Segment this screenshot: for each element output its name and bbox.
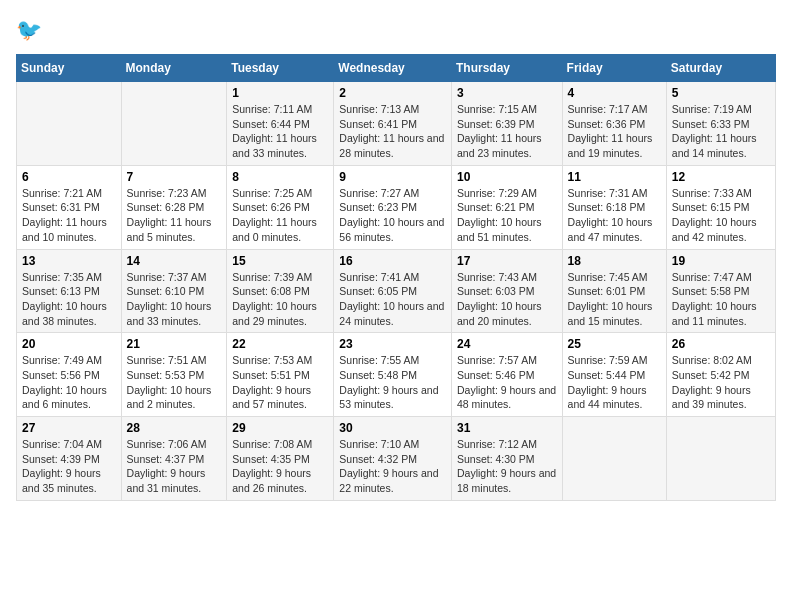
sunrise: Sunrise: 7:39 AM [232, 271, 312, 283]
sunrise: Sunrise: 7:31 AM [568, 187, 648, 199]
day-info: Sunrise: 7:37 AMSunset: 6:10 PMDaylight:… [127, 270, 222, 329]
calendar-table: SundayMondayTuesdayWednesdayThursdayFrid… [16, 54, 776, 501]
calendar-header-row: SundayMondayTuesdayWednesdayThursdayFrid… [17, 55, 776, 82]
day-info: Sunrise: 7:43 AMSunset: 6:03 PMDaylight:… [457, 270, 557, 329]
sunrise: Sunrise: 7:37 AM [127, 271, 207, 283]
sunrise: Sunrise: 7:19 AM [672, 103, 752, 115]
calendar-cell: 22Sunrise: 7:53 AMSunset: 5:51 PMDayligh… [227, 333, 334, 417]
sunrise: Sunrise: 7:51 AM [127, 354, 207, 366]
sunset: Sunset: 6:28 PM [127, 201, 205, 213]
sunset: Sunset: 4:35 PM [232, 453, 310, 465]
calendar-cell [666, 417, 775, 501]
daylight: Daylight: 11 hours and 33 minutes. [232, 132, 317, 159]
sunrise: Sunrise: 7:12 AM [457, 438, 537, 450]
sunrise: Sunrise: 7:45 AM [568, 271, 648, 283]
calendar-cell: 9Sunrise: 7:27 AMSunset: 6:23 PMDaylight… [334, 165, 452, 249]
calendar-cell: 12Sunrise: 7:33 AMSunset: 6:15 PMDayligh… [666, 165, 775, 249]
day-info: Sunrise: 7:47 AMSunset: 5:58 PMDaylight:… [672, 270, 770, 329]
sunset: Sunset: 6:33 PM [672, 118, 750, 130]
daylight: Daylight: 9 hours and 35 minutes. [22, 467, 101, 494]
day-info: Sunrise: 7:39 AMSunset: 6:08 PMDaylight:… [232, 270, 328, 329]
header-sunday: Sunday [17, 55, 122, 82]
day-number: 21 [127, 337, 222, 351]
daylight: Daylight: 10 hours and 6 minutes. [22, 384, 107, 411]
sunrise: Sunrise: 7:13 AM [339, 103, 419, 115]
day-info: Sunrise: 7:45 AMSunset: 6:01 PMDaylight:… [568, 270, 661, 329]
day-number: 15 [232, 254, 328, 268]
sunset: Sunset: 4:39 PM [22, 453, 100, 465]
calendar-cell: 29Sunrise: 7:08 AMSunset: 4:35 PMDayligh… [227, 417, 334, 501]
daylight: Daylight: 11 hours and 14 minutes. [672, 132, 757, 159]
calendar-cell: 21Sunrise: 7:51 AMSunset: 5:53 PMDayligh… [121, 333, 227, 417]
daylight: Daylight: 10 hours and 33 minutes. [127, 300, 212, 327]
sunrise: Sunrise: 7:04 AM [22, 438, 102, 450]
sunrise: Sunrise: 7:33 AM [672, 187, 752, 199]
day-number: 3 [457, 86, 557, 100]
day-number: 22 [232, 337, 328, 351]
day-info: Sunrise: 7:23 AMSunset: 6:28 PMDaylight:… [127, 186, 222, 245]
sunset: Sunset: 6:01 PM [568, 285, 646, 297]
calendar-cell [17, 82, 122, 166]
day-number: 13 [22, 254, 116, 268]
sunset: Sunset: 6:21 PM [457, 201, 535, 213]
sunrise: Sunrise: 7:11 AM [232, 103, 312, 115]
sunset: Sunset: 5:53 PM [127, 369, 205, 381]
calendar-cell: 11Sunrise: 7:31 AMSunset: 6:18 PMDayligh… [562, 165, 666, 249]
day-info: Sunrise: 7:08 AMSunset: 4:35 PMDaylight:… [232, 437, 328, 496]
calendar-cell: 16Sunrise: 7:41 AMSunset: 6:05 PMDayligh… [334, 249, 452, 333]
daylight: Daylight: 10 hours and 38 minutes. [22, 300, 107, 327]
day-info: Sunrise: 7:13 AMSunset: 6:41 PMDaylight:… [339, 102, 446, 161]
daylight: Daylight: 11 hours and 19 minutes. [568, 132, 653, 159]
sunset: Sunset: 6:15 PM [672, 201, 750, 213]
daylight: Daylight: 10 hours and 29 minutes. [232, 300, 317, 327]
day-info: Sunrise: 7:06 AMSunset: 4:37 PMDaylight:… [127, 437, 222, 496]
sunset: Sunset: 5:56 PM [22, 369, 100, 381]
header-tuesday: Tuesday [227, 55, 334, 82]
sunrise: Sunrise: 7:41 AM [339, 271, 419, 283]
sunrise: Sunrise: 7:10 AM [339, 438, 419, 450]
week-row-3: 13Sunrise: 7:35 AMSunset: 6:13 PMDayligh… [17, 249, 776, 333]
day-number: 9 [339, 170, 446, 184]
daylight: Daylight: 9 hours and 26 minutes. [232, 467, 311, 494]
sunrise: Sunrise: 7:29 AM [457, 187, 537, 199]
day-info: Sunrise: 7:15 AMSunset: 6:39 PMDaylight:… [457, 102, 557, 161]
daylight: Daylight: 9 hours and 44 minutes. [568, 384, 647, 411]
day-number: 2 [339, 86, 446, 100]
calendar-cell: 10Sunrise: 7:29 AMSunset: 6:21 PMDayligh… [451, 165, 562, 249]
day-number: 7 [127, 170, 222, 184]
sunset: Sunset: 6:18 PM [568, 201, 646, 213]
sunrise: Sunrise: 7:21 AM [22, 187, 102, 199]
header-monday: Monday [121, 55, 227, 82]
calendar-cell: 20Sunrise: 7:49 AMSunset: 5:56 PMDayligh… [17, 333, 122, 417]
logo-icon: 🐦 [16, 16, 46, 46]
daylight: Daylight: 11 hours and 23 minutes. [457, 132, 542, 159]
sunset: Sunset: 6:39 PM [457, 118, 535, 130]
calendar-cell: 4Sunrise: 7:17 AMSunset: 6:36 PMDaylight… [562, 82, 666, 166]
day-info: Sunrise: 7:49 AMSunset: 5:56 PMDaylight:… [22, 353, 116, 412]
sunset: Sunset: 4:37 PM [127, 453, 205, 465]
daylight: Daylight: 11 hours and 0 minutes. [232, 216, 317, 243]
day-info: Sunrise: 7:12 AMSunset: 4:30 PMDaylight:… [457, 437, 557, 496]
sunrise: Sunrise: 7:47 AM [672, 271, 752, 283]
day-info: Sunrise: 7:04 AMSunset: 4:39 PMDaylight:… [22, 437, 116, 496]
day-info: Sunrise: 7:11 AMSunset: 6:44 PMDaylight:… [232, 102, 328, 161]
daylight: Daylight: 10 hours and 24 minutes. [339, 300, 444, 327]
calendar-cell: 7Sunrise: 7:23 AMSunset: 6:28 PMDaylight… [121, 165, 227, 249]
calendar-cell: 3Sunrise: 7:15 AMSunset: 6:39 PMDaylight… [451, 82, 562, 166]
day-number: 25 [568, 337, 661, 351]
week-row-4: 20Sunrise: 7:49 AMSunset: 5:56 PMDayligh… [17, 333, 776, 417]
daylight: Daylight: 10 hours and 20 minutes. [457, 300, 542, 327]
sunset: Sunset: 6:03 PM [457, 285, 535, 297]
sunset: Sunset: 6:41 PM [339, 118, 417, 130]
sunset: Sunset: 5:42 PM [672, 369, 750, 381]
daylight: Daylight: 10 hours and 47 minutes. [568, 216, 653, 243]
day-number: 30 [339, 421, 446, 435]
sunrise: Sunrise: 7:49 AM [22, 354, 102, 366]
day-number: 23 [339, 337, 446, 351]
calendar-cell: 25Sunrise: 7:59 AMSunset: 5:44 PMDayligh… [562, 333, 666, 417]
daylight: Daylight: 10 hours and 2 minutes. [127, 384, 212, 411]
sunset: Sunset: 6:23 PM [339, 201, 417, 213]
day-number: 28 [127, 421, 222, 435]
sunset: Sunset: 6:05 PM [339, 285, 417, 297]
calendar-cell: 17Sunrise: 7:43 AMSunset: 6:03 PMDayligh… [451, 249, 562, 333]
